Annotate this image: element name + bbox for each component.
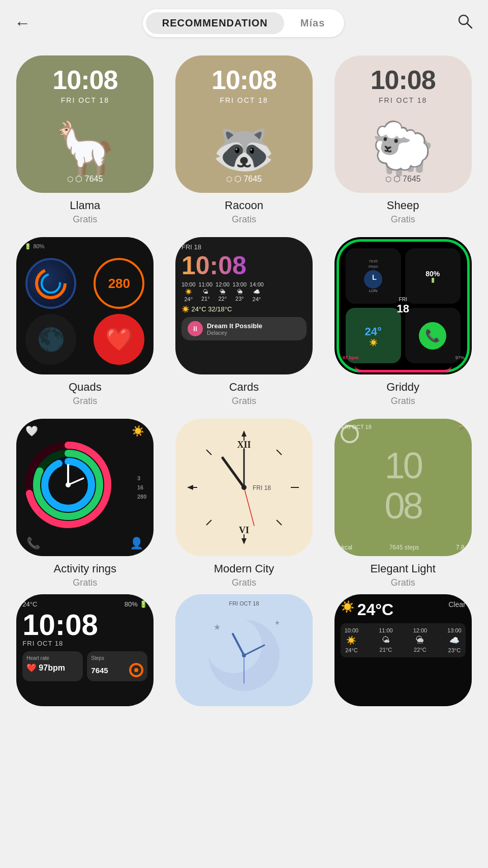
- watch-face-quads: 🔋 80% 🌑 280: [16, 237, 154, 374]
- watch-face-activity: 🤍 ☀️: [16, 419, 154, 556]
- svg-text:★: ★: [274, 619, 280, 626]
- header: ← RECOMMENDATION Mías: [0, 0, 488, 43]
- watch-face-bottom3: ☀️ 24°C Clear 10:00 ☀️ 24°C 11:00 🌤 21°C: [334, 594, 472, 706]
- list-item[interactable]: FRI 18 10:08 10:00☀️24° 11:00🌤21° 12:00🌦…: [169, 237, 319, 407]
- watch-face-racoon: 10:08 FRI OCT 18 🦝 ⬡ 7645: [175, 55, 313, 193]
- svg-point-34: [342, 426, 358, 442]
- watch-name-modern: Modern City: [214, 562, 274, 575]
- back-button[interactable]: ←: [14, 14, 30, 33]
- watch-price-activity: Gratis: [73, 577, 97, 588]
- svg-text:VI: VI: [239, 525, 249, 535]
- list-item[interactable]: ☀️ 24°C Clear 10:00 ☀️ 24°C 11:00 🌤 21°C: [328, 594, 478, 712]
- watch-grid-partial: 24°C 80% 🔋 10:08 FRI OCT 18 Heart rate ❤…: [0, 594, 488, 725]
- watch-price-quads: Gratis: [73, 396, 97, 407]
- list-item[interactable]: 10:08 FRI OCT 18 🦙 ⬡ 7645 Llama Gratis: [10, 55, 160, 225]
- svg-line-1: [467, 23, 472, 28]
- svg-point-42: [242, 653, 246, 657]
- watch-face-sheep: 10:08 FRI OCT 18 🐑 ⬡ 7645: [334, 55, 472, 193]
- watch-face-modern: XII VI FRI 18: [175, 419, 313, 556]
- watch-price-llama: Gratis: [73, 214, 97, 225]
- watch-name-elegant: Elegant Light: [370, 562, 435, 575]
- list-item[interactable]: FRI OCT 18 ★ ★: [169, 594, 319, 712]
- tab-recommendation[interactable]: RECOMMENDATION: [146, 12, 284, 34]
- search-icon[interactable]: [456, 13, 474, 34]
- watch-name-quads: Quads: [69, 381, 102, 394]
- watch-face-griddy: 7645steps LON 80% 🔋 24°: [334, 237, 472, 374]
- watch-name-activity: Activity rings: [54, 562, 116, 575]
- svg-text:★: ★: [214, 623, 221, 631]
- watch-price-griddy: Gratis: [391, 396, 415, 407]
- watch-grid: 10:08 FRI OCT 18 🦙 ⬡ 7645 Llama Gratis 1…: [0, 43, 488, 594]
- watch-price-elegant: Gratis: [391, 577, 415, 588]
- list-item[interactable]: XII VI FRI 18: [169, 419, 319, 588]
- svg-point-3: [42, 274, 60, 293]
- svg-point-30: [241, 485, 247, 490]
- watch-face-bottom2: FRI OCT 18 ★ ★: [175, 594, 313, 706]
- watch-name-llama: Llama: [70, 199, 100, 212]
- watch-price-cards: Gratis: [232, 396, 256, 407]
- watch-name-cards: Cards: [229, 381, 259, 394]
- watch-face-elegant: FRI OCT 18 🏃 10 08 kcal 7645 steps: [334, 419, 472, 556]
- watch-name-griddy: Griddy: [386, 381, 419, 394]
- list-item[interactable]: 10:08 FRI OCT 18 🦝 ⬡ 7645 Racoon Gratis: [169, 55, 319, 225]
- watch-price-racoon: Gratis: [232, 214, 256, 225]
- list-item[interactable]: 10:08 FRI OCT 18 🐑 ⬡ 7645 Sheep Gratis: [328, 55, 478, 225]
- watch-price-modern: Gratis: [232, 577, 256, 588]
- list-item[interactable]: FRI OCT 18 🏃 10 08 kcal 7645 steps: [328, 419, 478, 588]
- svg-point-14: [66, 482, 71, 487]
- tab-bar: RECOMMENDATION Mías: [143, 9, 345, 37]
- list-item[interactable]: 24°C 80% 🔋 10:08 FRI OCT 18 Heart rate ❤…: [10, 594, 160, 712]
- svg-text:FRI  18: FRI 18: [253, 484, 271, 491]
- watch-price-sheep: Gratis: [391, 214, 415, 225]
- list-item[interactable]: 🔋 80% 🌑 280: [10, 237, 160, 407]
- list-item[interactable]: 7645steps LON 80% 🔋 24°: [328, 237, 478, 407]
- tab-mias[interactable]: Mías: [284, 12, 341, 34]
- watch-face-bottom1: 24°C 80% 🔋 10:08 FRI OCT 18 Heart rate ❤…: [16, 594, 154, 706]
- watch-name-racoon: Racoon: [225, 199, 263, 212]
- watch-name-sheep: Sheep: [387, 199, 419, 212]
- watch-face-llama: 10:08 FRI OCT 18 🦙 ⬡ 7645: [16, 55, 154, 193]
- list-item[interactable]: 🤍 ☀️: [10, 419, 160, 588]
- watch-face-cards: FRI 18 10:08 10:00☀️24° 11:00🌤21° 12:00🌦…: [175, 237, 313, 374]
